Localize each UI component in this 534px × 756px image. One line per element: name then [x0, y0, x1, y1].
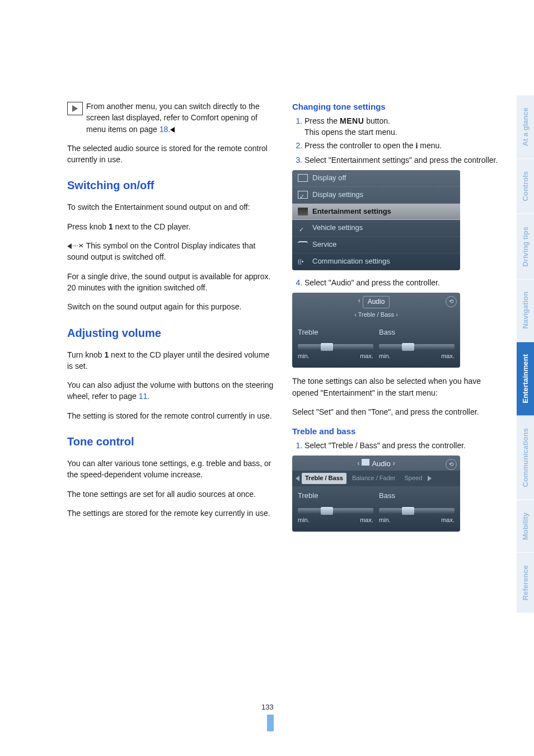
treble-bass-steps: Select "Treble / Bass" and press the con…: [292, 440, 500, 451]
tone-alt-path-1: The tone settings can also be selected w…: [292, 375, 500, 398]
menu-label: Communication settings: [312, 256, 390, 267]
tab-balance-fader[interactable]: Balance / Fader: [349, 473, 399, 484]
tip-callout: From another menu, you can switch direct…: [67, 101, 275, 135]
menu-label: Display settings: [312, 190, 363, 200]
menu-label: Entertainment settings: [312, 206, 391, 217]
tone-stored: The settings are stored for the remote k…: [67, 508, 275, 519]
audio-source-note: The selected audio source is stored for …: [67, 143, 275, 166]
bass-slider[interactable]: Bass min.max.: [379, 327, 455, 361]
changing-tone-steps: Press the MENU button. This opens the st…: [292, 115, 500, 166]
mute-symbol-line: ᠁✕ This symbol on the Control Display in…: [67, 240, 275, 263]
menu-label: Vehicle settings: [312, 223, 363, 233]
screenshot-audio-sliders: ‹ Audio › ⟲ ‹ Treble / Bass › Treble min…: [292, 293, 460, 368]
step-3: Select "Entertainment settings" and pres…: [305, 154, 500, 166]
end-marker-icon: [170, 127, 175, 133]
adjusting-turn-knob: Turn knob 1 next to the CD player until …: [67, 349, 275, 372]
menu-item-entertainment-settings[interactable]: Entertainment settings: [292, 204, 460, 220]
heading-adjusting-volume: Adjusting volume: [67, 325, 275, 341]
menu-item-display-settings[interactable]: Display settings: [292, 187, 460, 204]
heading-changing-tone: Changing tone settings: [292, 101, 500, 113]
page-number: 133: [261, 703, 274, 711]
menu-button-label: MENU: [340, 116, 364, 125]
tip-icon: [67, 102, 83, 115]
treble-slider[interactable]: Treble min.max.: [298, 327, 373, 361]
chevron-left-icon[interactable]: [296, 476, 299, 481]
tone-all-sources: The tone settings are set for all audio …: [67, 489, 275, 500]
menu-label: Display off: [312, 173, 346, 184]
page-marker: [267, 715, 274, 731]
car-icon: [298, 224, 308, 232]
tone-alt-path-2: Select "Set" and then "Tone", and press …: [292, 406, 500, 417]
menu-item-service[interactable]: Service: [292, 237, 460, 253]
tb-step-1: Select "Treble / Bass" and press the con…: [305, 440, 500, 451]
page-link-18[interactable]: 18: [160, 125, 168, 134]
treble-label-2: Treble: [298, 491, 373, 501]
step-2: Press the controller to open the i menu.: [305, 140, 500, 152]
checkbox-icon: [298, 191, 308, 199]
heading-switching: Switching on/off: [67, 177, 275, 194]
switching-reenable: Switch on the sound output again for thi…: [67, 301, 275, 312]
right-column: Changing tone settings Press the MENU bu…: [292, 101, 500, 722]
speaker-icon: [362, 459, 369, 466]
side-tab-mobility[interactable]: Mobility: [517, 500, 534, 553]
tab-speed[interactable]: Speed: [401, 473, 426, 484]
adjusting-stored: The setting is stored for the remote con…: [67, 410, 275, 421]
changing-tone-steps-cont: Select "Audio" and press the controller.: [292, 277, 500, 288]
chevron-right-icon[interactable]: [428, 476, 432, 481]
menu-item-display-off[interactable]: Display off: [292, 170, 460, 187]
side-tab-driving-tips[interactable]: Driving tips: [517, 214, 534, 280]
tip-text: From another menu, you can switch direct…: [86, 101, 275, 135]
tab-treble-bass[interactable]: Treble / Bass: [302, 473, 346, 484]
switching-intro: To switch the Entertainment sound output…: [67, 201, 275, 213]
breadcrumb-audio: Audio: [372, 459, 390, 469]
switching-press-knob: Press knob 1 next to the CD player.: [67, 221, 275, 232]
tone-intro: You can alter various tone settings, e.g…: [67, 458, 275, 481]
antenna-icon: ((•: [298, 258, 308, 266]
bass-slider-2[interactable]: Bass min.max.: [379, 491, 455, 525]
side-tab-controls[interactable]: Controls: [517, 159, 534, 214]
side-tab-entertainment[interactable]: Entertainment: [517, 342, 534, 416]
side-tab-communications[interactable]: Communications: [517, 416, 534, 500]
speaker-icon: [298, 208, 308, 215]
audio-subtab: ‹ Treble / Bass ›: [292, 309, 460, 323]
bass-label: Bass: [379, 327, 455, 338]
menu-label: Service: [312, 240, 336, 250]
page-link-11[interactable]: 11: [139, 392, 148, 401]
bass-label-2: Bass: [379, 491, 455, 501]
step-4: Select "Audio" and press the controller.: [305, 277, 500, 288]
audio-tab[interactable]: Audio: [363, 296, 390, 308]
step-1: Press the MENU button. This opens the st…: [305, 115, 500, 138]
step-1-sub: This opens the start menu.: [305, 128, 397, 137]
switching-duration: For a single drive, the sound output is …: [67, 271, 275, 294]
square-icon: [298, 174, 308, 182]
treble-slider-2[interactable]: Treble min.max.: [298, 491, 373, 525]
mute-icon: ᠁✕: [67, 242, 84, 251]
section-tabs: At a glance Controls Driving tips Naviga…: [517, 95, 534, 613]
menu-item-communication-settings[interactable]: ((• Communication settings: [292, 253, 460, 270]
treble-label: Treble: [298, 327, 373, 338]
side-tab-navigation[interactable]: Navigation: [517, 279, 534, 341]
knob-number: 1: [109, 222, 113, 231]
side-tab-at-a-glance[interactable]: At a glance: [517, 95, 534, 159]
service-icon: [298, 241, 308, 249]
menu-item-vehicle-settings[interactable]: Vehicle settings: [292, 220, 460, 237]
left-column: From another menu, you can switch direct…: [67, 101, 275, 722]
side-tab-reference[interactable]: Reference: [517, 553, 534, 613]
heading-tone-control: Tone control: [67, 434, 275, 450]
screenshot-settings-menu: Display off Display settings Entertainme…: [292, 170, 460, 270]
tone-tab-row: Treble / Bass Balance / Fader Speed: [292, 471, 460, 486]
adjusting-steering: You can also adjust the volume with butt…: [67, 379, 275, 402]
heading-treble-bass: Treble and bass: [292, 425, 500, 438]
screenshot-tone-tabs: ‹ Audio › ⟲ Treble / Bass Balance / Fade…: [292, 456, 460, 532]
